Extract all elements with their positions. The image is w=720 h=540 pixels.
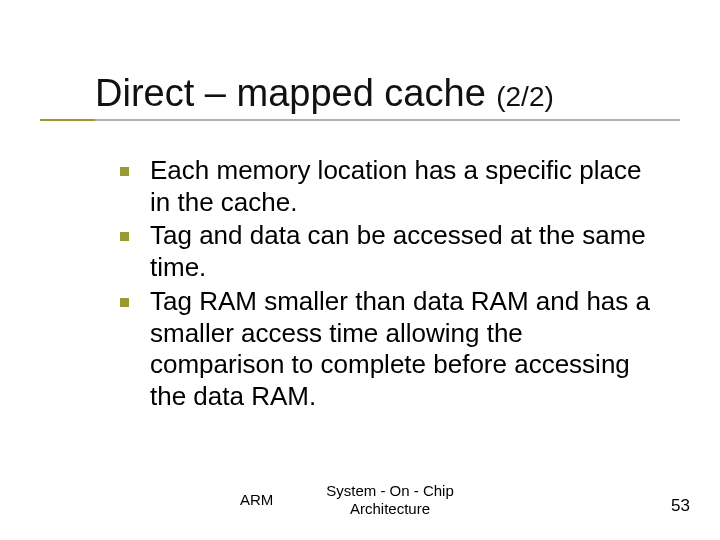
bullet-text: Each memory location has a specific plac… (150, 155, 641, 217)
slide-title-wrap: Direct – mapped cache (2/2) (95, 72, 680, 121)
square-bullet-icon (120, 232, 129, 241)
title-accent-line (40, 119, 95, 121)
square-bullet-icon (120, 167, 129, 176)
list-item: Tag RAM smaller than data RAM and has a … (120, 286, 660, 413)
list-item: Each memory location has a specific plac… (120, 155, 660, 218)
page-number: 53 (671, 496, 690, 516)
bullet-list: Each memory location has a specific plac… (120, 155, 660, 415)
bullet-text: Tag and data can be accessed at the same… (150, 220, 646, 282)
slide-title-main: Direct – mapped cache (95, 72, 486, 114)
list-item: Tag and data can be accessed at the same… (120, 220, 660, 283)
footer-left-label: ARM (240, 491, 273, 508)
slide-title-sub: (2/2) (496, 81, 554, 112)
bullet-text: Tag RAM smaller than data RAM and has a … (150, 286, 650, 411)
footer-center-label: System - On - Chip Architecture (300, 482, 480, 518)
slide: Direct – mapped cache (2/2) Each memory … (0, 0, 720, 540)
square-bullet-icon (120, 298, 129, 307)
